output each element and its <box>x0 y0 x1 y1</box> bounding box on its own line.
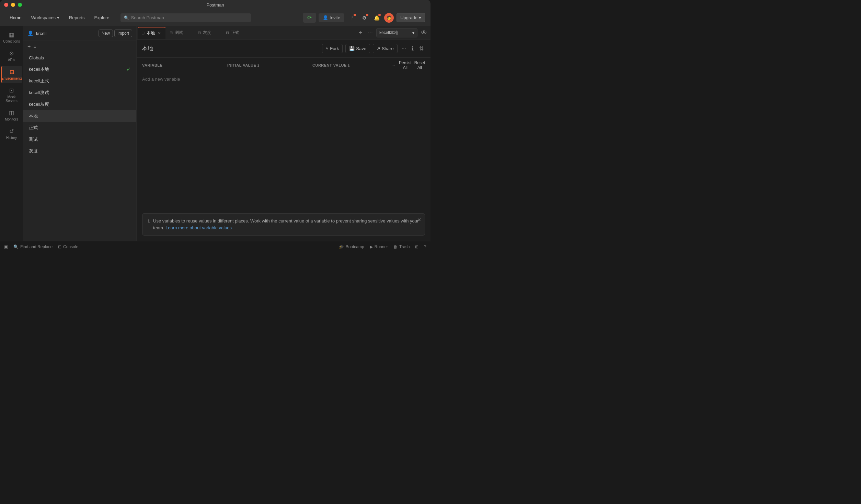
runner-button[interactable]: ▶ Runner <box>370 244 388 249</box>
share-button[interactable]: ↗ Share <box>373 44 398 53</box>
info-icon: ℹ <box>412 46 414 51</box>
sidebar-item-monitors[interactable]: ◫ Monitors <box>1 107 22 124</box>
sidebar-item-mock-servers[interactable]: ⊡ Mock Servers <box>1 84 22 105</box>
persist-all-button[interactable]: Persist All <box>399 60 412 70</box>
search-bar[interactable]: 🔍 Search Postman <box>120 13 251 22</box>
notifications-button[interactable]: 🔔 <box>372 13 381 23</box>
tab-formal[interactable]: ⊟ 正式 <box>222 27 250 39</box>
gear-icon: ⚙ <box>362 15 367 21</box>
add-env-button[interactable]: + <box>27 44 31 50</box>
bootcamp-button[interactable]: 🎓 Bootcamp <box>339 244 364 249</box>
col-current-value-header: CURRENT VALUE ℹ <box>312 63 398 67</box>
sidebar-item-collections[interactable]: ▦ Collections <box>1 29 22 46</box>
trash-icon: 🗑 <box>393 244 398 249</box>
plus-icon: + <box>27 44 31 50</box>
env-header-actions: ⑂ Fork 💾 Save ↗ Share ··· ℹ <box>322 44 425 53</box>
fork-icon-button[interactable]: ⑂ <box>347 13 357 23</box>
sync-button[interactable]: ⟳ <box>303 13 316 23</box>
sort-button[interactable]: ≡ <box>33 44 36 49</box>
add-variable-row[interactable]: Add a new variable <box>137 73 430 85</box>
search-input[interactable]: Search Postman <box>131 15 164 20</box>
env-list: Globals kecell本地 ✓ kecell正式 kecell测试 kec… <box>23 53 136 241</box>
nav-home[interactable]: Home <box>5 13 26 22</box>
env-item-test[interactable]: 测试 <box>23 134 136 145</box>
save-button[interactable]: 💾 Save <box>345 44 370 53</box>
sidebar-item-history[interactable]: ↺ History <box>1 125 22 142</box>
avatar[interactable]: 🧑 <box>384 13 394 23</box>
sort-icon: ≡ <box>33 44 36 49</box>
find-replace-button[interactable]: 🔍 Find and Replace <box>13 244 53 249</box>
more-table-options[interactable]: ··· <box>390 61 396 69</box>
nav-explore[interactable]: Explore <box>90 13 114 22</box>
close-button[interactable] <box>4 3 8 7</box>
person-icon: 👤 <box>323 15 328 20</box>
sidebar-item-environments[interactable]: ⊟ Environments <box>1 66 22 83</box>
more-options-button[interactable]: ··· <box>400 44 407 53</box>
close-icon: ✕ <box>417 217 421 222</box>
tab-env-icon-test: ⊟ <box>170 31 173 35</box>
more-tabs-button[interactable]: ··· <box>366 29 375 36</box>
env-panel-actions: New Import <box>99 30 132 37</box>
env-item-formal[interactable]: 正式 <box>23 122 136 134</box>
env-item-krcell-test[interactable]: kecell测试 <box>23 87 136 99</box>
nav-reports[interactable]: Reports <box>65 13 89 22</box>
window-title: Postman <box>206 2 224 8</box>
env-item-gray[interactable]: 灰度 <box>23 145 136 157</box>
fork-button[interactable]: ⑂ Fork <box>322 44 343 53</box>
env-item-krcell-gray[interactable]: kecell灰度 <box>23 99 136 110</box>
upgrade-button[interactable]: Upgrade ▾ <box>397 13 425 22</box>
col-variable-header: VARIABLE <box>142 63 227 67</box>
table-col-actions: ··· Persist All Reset All <box>398 60 425 70</box>
tab-local[interactable]: ⊟ 本地 ✕ <box>138 27 165 39</box>
learn-more-link[interactable]: Learn more about variable values <box>165 225 232 230</box>
search-icon: 🔍 <box>124 15 129 20</box>
monitors-icon: ◫ <box>9 110 14 116</box>
env-content-header: 本地 ⑂ Fork 💾 Save ↗ Share ··· <box>137 40 430 58</box>
env-panel: 👤 krcell New Import + ≡ Globals kecell本地… <box>23 26 137 241</box>
apis-icon: ⊙ <box>9 50 14 57</box>
console-button[interactable]: ⊡ Console <box>58 244 78 249</box>
env-title: 本地 <box>142 45 153 52</box>
trash-button[interactable]: 🗑 Trash <box>393 244 410 249</box>
tab-gray[interactable]: ⊟ 灰度 <box>194 27 222 39</box>
settings-button[interactable]: ⚙ <box>359 13 369 23</box>
close-banner-button[interactable]: ✕ <box>417 217 421 222</box>
filter-button[interactable]: ⇅ <box>418 44 425 53</box>
sidebar-toggle-button[interactable]: ▣ <box>4 244 8 249</box>
new-env-button[interactable]: New <box>99 30 113 37</box>
info-icon-current: ℹ <box>348 64 350 67</box>
reset-all-button[interactable]: Reset All <box>414 60 425 70</box>
maximize-button[interactable] <box>18 3 22 7</box>
globals-item[interactable]: Globals <box>23 53 136 63</box>
invite-button[interactable]: 👤 Invite <box>319 13 344 22</box>
env-item-krcell-local[interactable]: kecell本地 ✓ <box>23 63 136 75</box>
import-env-button[interactable]: Import <box>114 30 132 37</box>
tab-test[interactable]: ⊟ 测试 <box>166 27 194 39</box>
col-initial-value-header: INITIAL VALUE ℹ <box>227 63 312 67</box>
info-button[interactable]: ℹ <box>410 44 415 53</box>
add-tab-button[interactable]: + <box>356 29 364 36</box>
traffic-lights <box>4 3 22 7</box>
env-item-krcell-formal[interactable]: kecell正式 <box>23 75 136 87</box>
fork-icon: ⑂ <box>326 46 329 51</box>
notif-badge <box>378 14 381 16</box>
env-selector-label: kecell本地 <box>379 30 398 36</box>
ellipsis-icon: ··· <box>402 46 406 51</box>
close-tab-local[interactable]: ✕ <box>158 31 161 36</box>
help-button[interactable]: ? <box>424 244 426 249</box>
history-icon: ↺ <box>9 128 14 135</box>
env-item-local[interactable]: 本地 <box>23 110 136 122</box>
tab-actions: + ··· kecell本地 ▾ 👁 <box>356 28 429 37</box>
user-icon: 👤 <box>27 31 33 36</box>
expand-button[interactable]: ⊞ <box>415 244 418 249</box>
env-selector[interactable]: kecell本地 ▾ <box>376 28 417 37</box>
eye-button[interactable]: 👁 <box>419 29 429 36</box>
nav-workspaces[interactable]: Workspaces ▾ <box>27 13 64 22</box>
runner-icon: ▶ <box>370 244 373 249</box>
sidebar-item-apis[interactable]: ⊙ APIs <box>1 47 22 65</box>
minimize-button[interactable] <box>11 3 15 7</box>
banner-text: Use variables to reuse values in differe… <box>153 218 419 231</box>
tab-label-test: 测试 <box>175 30 183 36</box>
env-name-test: 测试 <box>29 136 38 142</box>
banner-info-icon: ℹ <box>148 218 150 224</box>
